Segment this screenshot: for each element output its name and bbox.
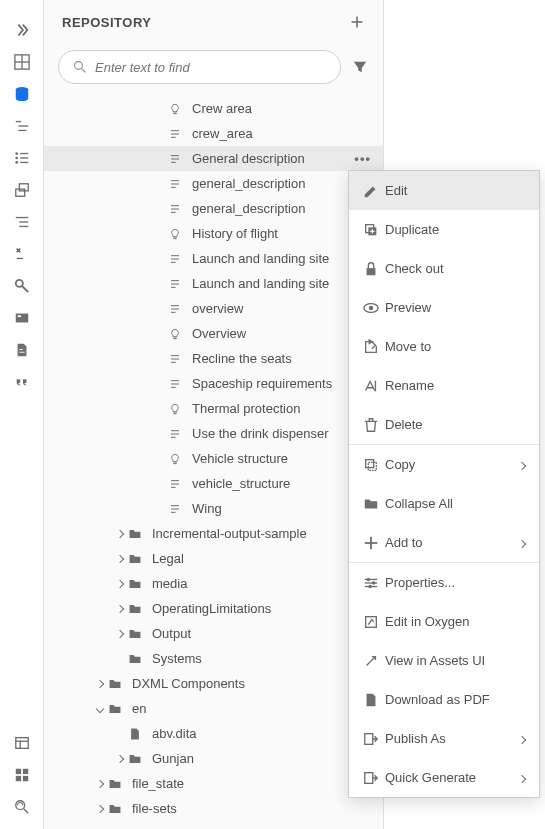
publish-icon <box>363 731 385 747</box>
svg-rect-80 <box>367 268 376 275</box>
menu-item-edit[interactable]: Edit <box>349 171 539 210</box>
menu-item-collapse-all[interactable]: Collapse All <box>349 484 539 523</box>
list-bullets-icon[interactable] <box>12 148 32 168</box>
tree-item[interactable]: Launch and landing site <box>44 271 383 296</box>
layout-icon[interactable] <box>12 733 32 753</box>
menu-item-view-in-assets-ui[interactable]: View in Assets UI <box>349 641 539 680</box>
svg-point-82 <box>369 305 373 309</box>
folder-icon <box>126 627 144 641</box>
quote-icon[interactable] <box>12 372 32 392</box>
tree-item[interactable]: Crew area <box>44 96 383 121</box>
svg-rect-23 <box>15 314 27 323</box>
expand-rail-icon[interactable] <box>12 20 32 40</box>
menu-item-duplicate[interactable]: Duplicate <box>349 210 539 249</box>
search-input[interactable] <box>95 60 326 75</box>
tree-item[interactable]: overview <box>44 296 383 321</box>
tree-item[interactable]: OperatingLimitations <box>44 596 383 621</box>
list-indent-icon[interactable] <box>12 212 32 232</box>
menu-item-properties-[interactable]: Properties... <box>349 563 539 602</box>
tree-item[interactable]: Incremental-output-sample <box>44 521 383 546</box>
tree-item[interactable]: file_state <box>44 771 383 796</box>
find-replace-icon[interactable] <box>12 797 32 817</box>
folder-icon <box>106 677 124 691</box>
menu-item-publish-as[interactable]: Publish As <box>349 719 539 758</box>
tree-item[interactable]: Use the drink dispenser <box>44 421 383 446</box>
svg-point-9 <box>15 157 18 160</box>
tree-item[interactable]: abv.dita <box>44 721 383 746</box>
chevron-right-icon <box>519 457 525 472</box>
menu-item-rename[interactable]: Rename <box>349 366 539 405</box>
tree-item-label: file_state <box>132 776 383 791</box>
svg-rect-84 <box>366 459 374 467</box>
tree-item[interactable]: Vehicle structure <box>44 446 383 471</box>
reuse-icon[interactable] <box>12 180 32 200</box>
glossary-icon[interactable] <box>12 244 32 264</box>
tree-item[interactable]: Output <box>44 621 383 646</box>
more-options-icon[interactable]: ••• <box>354 151 383 166</box>
file-icon <box>126 727 144 741</box>
menu-item-label: Duplicate <box>385 222 525 237</box>
tree-item[interactable]: Spaceship requirements <box>44 371 383 396</box>
tree-item[interactable]: Gunjan <box>44 746 383 771</box>
tree-item[interactable]: Wing <box>44 496 383 521</box>
add-button[interactable] <box>347 12 367 32</box>
menu-item-copy[interactable]: Copy <box>349 445 539 484</box>
tree-item[interactable]: Systems <box>44 646 383 671</box>
bulb-icon <box>166 228 184 240</box>
tree-item[interactable]: Thermal protection <box>44 396 383 421</box>
card-icon[interactable] <box>12 308 32 328</box>
svg-point-7 <box>15 152 18 155</box>
menu-item-label: Move to <box>385 339 525 354</box>
doc-icon <box>166 378 184 390</box>
tree-item[interactable]: Overview <box>44 321 383 346</box>
apps-icon[interactable] <box>12 765 32 785</box>
tree-item[interactable]: vehicle_structure <box>44 471 383 496</box>
menu-item-check-out[interactable]: Check out <box>349 249 539 288</box>
grid-icon[interactable] <box>12 52 32 72</box>
file-properties-icon[interactable] <box>12 340 32 360</box>
tree-item-label: crew_area <box>192 126 383 141</box>
copy-icon <box>363 457 385 473</box>
tree-item[interactable]: DXML Components <box>44 671 383 696</box>
outline-icon[interactable] <box>12 116 32 136</box>
tree-item[interactable]: crew_area <box>44 121 383 146</box>
menu-item-delete[interactable]: Delete <box>349 405 539 444</box>
svg-point-11 <box>15 161 18 164</box>
edit-icon <box>363 183 385 199</box>
svg-line-35 <box>23 809 27 813</box>
tree-item[interactable]: general_description <box>44 196 383 221</box>
menu-item-download-as-pdf[interactable]: Download as PDF <box>349 680 539 719</box>
tree-item-label: General description <box>192 151 354 166</box>
repository-icon[interactable] <box>12 84 32 104</box>
key-icon[interactable] <box>12 276 32 296</box>
menu-item-move-to[interactable]: Move to <box>349 327 539 366</box>
tree-item[interactable]: file-sets <box>44 796 383 821</box>
pdf-icon <box>363 692 385 708</box>
svg-rect-32 <box>15 776 20 781</box>
search-box[interactable] <box>58 50 341 84</box>
tree-item[interactable]: Recline the seats <box>44 346 383 371</box>
oxygen-icon <box>363 614 385 630</box>
tree-item[interactable]: Legal <box>44 546 383 571</box>
tree-item[interactable]: History of flight <box>44 221 383 246</box>
svg-rect-27 <box>15 738 27 749</box>
tree-item[interactable]: en <box>44 696 383 721</box>
tree-item[interactable]: Launch and landing site <box>44 246 383 271</box>
menu-item-preview[interactable]: Preview <box>349 288 539 327</box>
menu-item-add-to[interactable]: Add to <box>349 523 539 562</box>
svg-point-91 <box>372 581 376 585</box>
menu-item-edit-in-oxygen[interactable]: Edit in Oxygen <box>349 602 539 641</box>
folder-icon <box>106 777 124 791</box>
doc-icon <box>166 128 184 140</box>
doc-icon <box>166 478 184 490</box>
doc-icon <box>166 353 184 365</box>
filter-icon[interactable] <box>351 58 369 76</box>
svg-rect-33 <box>22 776 27 781</box>
menu-item-label: Download as PDF <box>385 692 525 707</box>
tree-item[interactable]: media <box>44 571 383 596</box>
tree-item[interactable]: general_description <box>44 171 383 196</box>
bulb-icon <box>166 403 184 415</box>
menu-item-quick-generate[interactable]: Quick Generate <box>349 758 539 797</box>
tree-item[interactable]: General description••• <box>44 146 383 171</box>
svg-rect-26 <box>19 352 24 353</box>
